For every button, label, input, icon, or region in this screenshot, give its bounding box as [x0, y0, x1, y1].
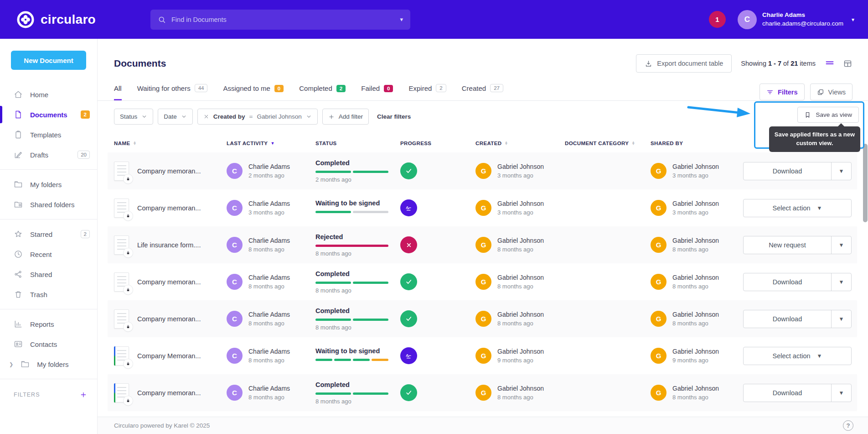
download-button[interactable]: Download — [744, 310, 831, 328]
time-ago: 3 months ago — [497, 209, 544, 216]
document-name-cell[interactable]: Company memoran... — [114, 383, 227, 403]
document-name-cell[interactable]: Company memoran... — [114, 162, 227, 181]
search-icon — [158, 16, 166, 24]
sidebar-item-documents[interactable]: Documents2 — [0, 105, 97, 125]
tab-created[interactable]: Created27 — [462, 84, 503, 100]
shared-by-cell: G Gabriel Johnson 8 months ago — [651, 311, 739, 327]
sidebar-item-home[interactable]: Home — [0, 84, 97, 105]
progress-cell — [400, 347, 475, 364]
column-header-document-category[interactable]: DOCUMENT CATEGORY▲▼ — [565, 141, 651, 146]
user-menu[interactable]: C Charlie Adams charlie.adams@circularo.… — [738, 10, 854, 29]
document-name-cell[interactable]: Life insurance form.... — [114, 235, 227, 255]
progress-segment — [353, 282, 388, 284]
add-filter-section-button[interactable] — [80, 391, 87, 398]
document-tabs: AllWaiting for others44Assigned to me0Co… — [98, 73, 868, 101]
sidebar-item-starred[interactable]: Starred2 — [0, 224, 97, 244]
clipboard-icon — [14, 130, 23, 139]
document-name-cell[interactable]: Company memoran... — [114, 272, 227, 292]
notification-badge[interactable]: 1 — [709, 11, 726, 28]
sidebar-item-shared-folders[interactable]: Shared folders — [0, 194, 97, 214]
grid-view-button[interactable] — [843, 59, 852, 68]
sidebar-item-contacts[interactable]: Contacts — [0, 334, 97, 354]
export-label: Export document table — [657, 60, 723, 67]
filter-chip-add-filter[interactable]: Add filter — [322, 109, 369, 125]
shared-by-cell: G Gabriel Johnson 8 months ago — [651, 237, 739, 253]
views-button[interactable]: Views — [810, 84, 852, 100]
user-name: Gabriel Johnson — [497, 163, 544, 170]
new-request-button[interactable]: New request — [744, 236, 831, 254]
search-input[interactable] — [171, 16, 395, 23]
last-activity-cell: C Charlie Adams 3 months ago — [227, 200, 315, 216]
tab-waiting-for-others[interactable]: Waiting for others44 — [137, 84, 208, 100]
save-as-view-button[interactable]: Save as view — [797, 107, 859, 123]
filter-chip-date[interactable]: Date — [158, 109, 193, 125]
column-header-last-activity[interactable]: LAST ACTIVITY▼ — [227, 141, 315, 146]
progress-segment — [315, 392, 351, 395]
action-dropdown-caret[interactable]: ▼ — [831, 162, 851, 180]
check-icon — [404, 167, 413, 175]
document-table: Company memoran... C Charlie Adams 2 mon… — [108, 152, 857, 411]
global-search[interactable]: ▾ — [150, 10, 410, 30]
list-view-button[interactable] — [825, 58, 835, 68]
action-dropdown-caret[interactable]: ▼ — [831, 384, 851, 402]
download-button[interactable]: Download — [744, 384, 831, 402]
select-action-button[interactable]: Select action▼ — [743, 199, 852, 217]
table-row[interactable]: Company memoran... C Charlie Adams 8 mon… — [108, 374, 857, 411]
table-row[interactable]: Company memoran... C Charlie Adams 8 mon… — [108, 300, 857, 337]
select-action-button[interactable]: Select action▼ — [743, 347, 852, 365]
brand-logo[interactable]: circularo — [16, 10, 96, 29]
document-name: Company memoran... — [137, 389, 201, 397]
sidebar-item-trash[interactable]: Trash — [0, 284, 97, 304]
document-name-cell[interactable]: Company memoran... — [114, 199, 227, 218]
tab-failed[interactable]: Failed0 — [361, 84, 393, 100]
sidebar-item-recent[interactable]: Recent — [0, 244, 97, 264]
action-dropdown-caret[interactable]: ▼ — [831, 273, 851, 291]
time-ago: 8 months ago — [672, 246, 719, 253]
time-ago: 8 months ago — [672, 320, 719, 327]
sidebar-item-my-folders[interactable]: My folders — [0, 174, 97, 194]
export-document-table-button[interactable]: Export document table — [636, 54, 732, 73]
time-ago: 8 months ago — [248, 283, 290, 290]
sidebar-item-shared[interactable]: Shared — [0, 264, 97, 284]
sidebar-item-my-folders-2[interactable]: ❯My folders — [0, 354, 97, 374]
help-button[interactable]: ? — [843, 420, 853, 431]
tab-expired[interactable]: Expired2 — [408, 84, 446, 100]
avatar: G — [475, 385, 491, 401]
sidebar-item-reports[interactable]: Reports — [0, 314, 97, 334]
sidebar-item-drafts[interactable]: Drafts20 — [0, 145, 97, 165]
download-button[interactable]: Download — [744, 273, 831, 291]
document-name-cell[interactable]: Company Memoran... — [114, 346, 227, 366]
filter-chip-status[interactable]: Status — [114, 109, 153, 125]
download-button[interactable]: Download — [744, 162, 831, 180]
table-row[interactable]: Company memoran... C Charlie Adams 3 mon… — [108, 189, 857, 226]
column-header-created[interactable]: CREATED▲▼ — [475, 141, 565, 146]
sort-icon: ▲▼ — [505, 141, 508, 146]
table-row[interactable]: Company Memoran... C Charlie Adams 8 mon… — [108, 337, 857, 374]
sidebar-divider — [0, 309, 97, 309]
filter-chip-created-by[interactable]: Created by=Gabriel Johnson — [197, 109, 318, 125]
user-name: Charlie Adams — [248, 200, 290, 207]
action-dropdown-caret[interactable]: ▼ — [831, 236, 851, 254]
action-dropdown-caret[interactable]: ▼ — [831, 310, 851, 328]
tab-completed[interactable]: Completed2 — [299, 84, 346, 100]
scrollbar-thumb[interactable] — [863, 144, 868, 222]
progress-bar — [315, 359, 388, 361]
time-ago: 2 months ago — [248, 172, 290, 179]
sidebar-item-templates[interactable]: Templates — [0, 125, 97, 145]
table-row[interactable]: Life insurance form.... C Charlie Adams … — [108, 226, 857, 263]
document-name-cell[interactable]: Company memoran... — [114, 309, 227, 329]
tab-assigned-to-me[interactable]: Assigned to me0 — [223, 84, 284, 100]
search-scope-caret-icon[interactable]: ▾ — [395, 16, 403, 23]
status-label: Completed — [315, 270, 400, 277]
column-header-name[interactable]: NAME▲▼ — [114, 141, 227, 146]
views-icon — [817, 89, 824, 96]
sidebar-item-label: Shared — [30, 271, 52, 278]
tab-all[interactable]: All — [114, 84, 122, 100]
remove-filter-button[interactable] — [203, 114, 209, 120]
new-document-button[interactable]: New Document — [11, 51, 86, 70]
filters-button[interactable]: Filters — [760, 84, 805, 100]
document-thumbnail-icon — [114, 309, 129, 329]
table-row[interactable]: Company memoran... C Charlie Adams 8 mon… — [108, 263, 857, 300]
table-row[interactable]: Company memoran... C Charlie Adams 2 mon… — [108, 152, 857, 189]
clear-filters-button[interactable]: Clear filters — [377, 113, 411, 120]
